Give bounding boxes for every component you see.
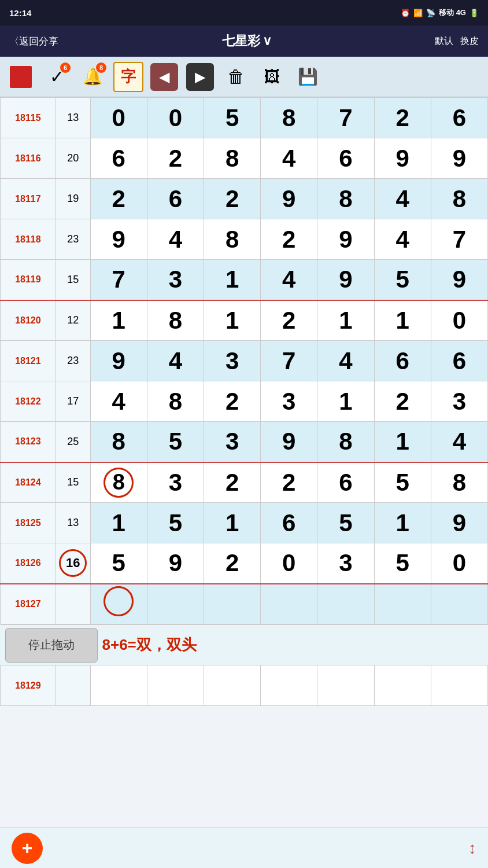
row-num-5: 1 [374,300,431,341]
nav-actions: 默认 换皮 [435,35,479,47]
row-num-3: 8 [261,98,317,138]
row-num-1 [147,584,204,624]
row-num-0: 1 [90,300,147,341]
row-num-5: 4 [374,219,431,260]
row-num-6: 0 [431,300,487,341]
row-num-2: 8 [204,138,261,179]
table-row: 18123258539814 [1,422,488,462]
row-id: 18119 [1,260,56,300]
row-num-6: 8 [431,179,487,219]
row-sum [56,584,90,624]
row-num-3 [261,665,317,706]
row-num-1: 2 [147,138,204,179]
title-arrow[interactable]: ∨ [263,34,272,49]
zi-tool[interactable]: 字 [112,61,145,93]
row-num-1: 4 [147,341,204,381]
row-num-2 [204,665,261,706]
row-id: 18124 [1,462,56,503]
row-num-4: 9 [317,260,374,300]
row-num-5: 5 [374,260,431,300]
row-num-4: 1 [317,300,374,341]
row-num-1: 4 [147,219,204,260]
row-num-2: 1 [204,260,261,300]
bottom-bar: + ↕ [0,827,488,868]
table-row: 18126165920350 [1,543,488,584]
row-num-3 [261,584,317,624]
row-num-1 [147,665,204,706]
skin-button[interactable]: 换皮 [460,35,479,47]
row-sum: 23 [56,341,90,381]
alarm-icon: ⏰ [401,9,410,17]
arrow-left-tool[interactable]: ◀ [148,61,180,93]
row-sum: 20 [56,138,90,179]
default-button[interactable]: 默认 [435,35,453,47]
row-id: 18120 [1,300,56,341]
nav-title: 七星彩 ∨ [222,32,272,50]
back-button[interactable]: 〈返回分享 [9,35,58,48]
scroll-icon: ↕ [468,839,476,857]
row-num-4 [317,584,374,624]
row-num-1: 9 [147,543,204,584]
row-num-5: 2 [374,98,431,138]
row-num-2: 3 [204,341,261,381]
table-row: 18124158322658 [1,462,488,503]
row-num-5: 1 [374,503,431,543]
row-num-0: 5 [90,543,147,584]
row-sum: 23 [56,219,90,260]
photos-tool[interactable]: 🖼 [256,61,288,93]
row-num-5: 2 [374,381,431,422]
row-num-0: 9 [90,341,147,381]
action-row: 停止拖动8+6=双，双头 [1,624,488,665]
arrow-right-icon: ▶ [186,63,214,91]
row-num-4: 7 [317,98,374,138]
row-num-6: 7 [431,219,487,260]
time: 12:14 [9,8,31,18]
table-row: 18116206284699 [1,138,488,179]
row-id: 18126 [1,543,56,584]
status-icons: ⏰ 📶 📡 移动 4G 🔋 [401,8,479,18]
wifi-icon: 📶 [413,9,423,17]
row-num-0: 2 [90,179,147,219]
title-text: 七星彩 [222,32,260,50]
row-sum: 19 [56,179,90,219]
row-sum: 16 [56,543,90,584]
row-num-3: 6 [261,503,317,543]
row-num-3: 2 [261,300,317,341]
row-num-1: 5 [147,503,204,543]
trash-tool[interactable]: 🗑 [220,61,252,93]
row-num-2: 5 [204,98,261,138]
row-num-2: 2 [204,381,261,422]
notification-tool[interactable]: 🔔 8 [76,61,109,93]
row-sum: 12 [56,300,90,341]
row-num-6: 9 [431,503,487,543]
row-num-1: 0 [147,98,204,138]
row-num-2: 3 [204,422,261,462]
row-num-2: 2 [204,462,261,503]
row-id: 18116 [1,138,56,179]
row-num-1: 3 [147,462,204,503]
save-tool[interactable]: 💾 [291,61,324,93]
row-num-2 [204,584,261,624]
row-id: 18125 [1,503,56,543]
row-sum: 17 [56,381,90,422]
stop-drag-button[interactable]: 停止拖动 [5,628,98,663]
row-id: 18122 [1,381,56,422]
arrow-right-tool[interactable]: ▶ [184,61,216,93]
scroll-button[interactable]: ↕ [468,839,476,858]
zi-icon: 字 [113,62,143,92]
add-button[interactable]: + [12,833,43,864]
row-sum: 15 [56,462,90,503]
row-num-0 [90,584,147,624]
row-num-5: 6 [374,341,431,381]
row-num-6: 3 [431,381,487,422]
red-square-tool[interactable] [5,61,37,93]
row-num-6: 6 [431,341,487,381]
table-row: 18117192629848 [1,179,488,219]
checkmark-tool[interactable]: ✓ 6 [40,61,73,93]
row-sum [56,665,90,706]
table-row: 18121239437466 [1,341,488,381]
row-num-4: 8 [317,422,374,462]
row-num-5 [374,584,431,624]
row-num-2: 8 [204,219,261,260]
photos-icon: 🖼 [264,67,280,86]
